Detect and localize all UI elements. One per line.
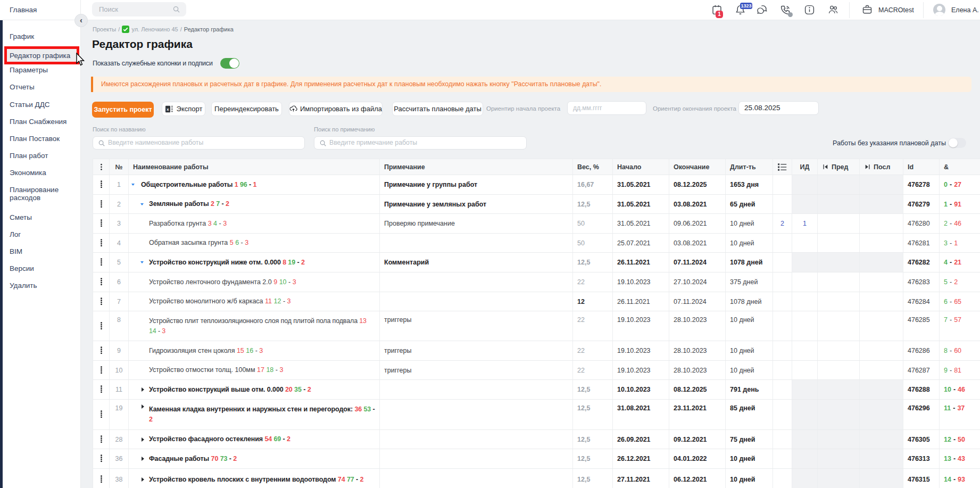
svg-text:x: x [167, 107, 169, 112]
